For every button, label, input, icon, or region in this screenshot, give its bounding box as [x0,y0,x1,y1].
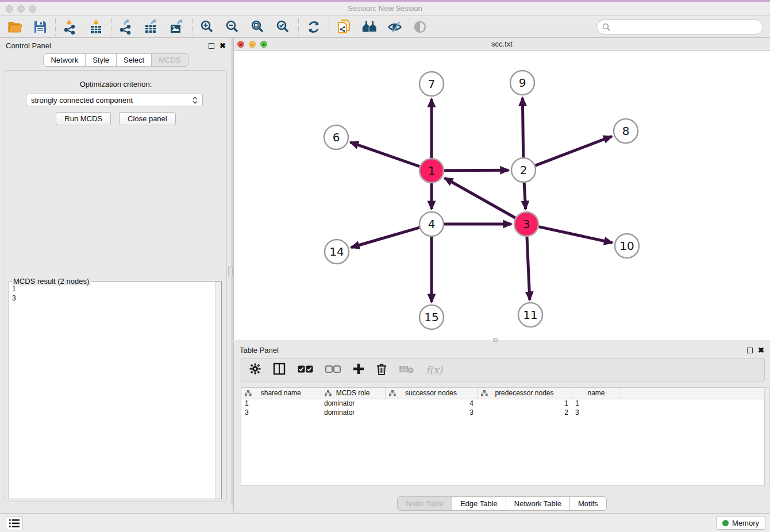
tab-select[interactable]: Select [117,53,152,67]
edge-2-8[interactable] [536,136,612,165]
network-view-window: ✕ − + scc.txt 1234678910111415 [233,38,770,340]
float-panel-icon[interactable] [209,43,214,49]
close-panel-button[interactable]: Close panel [119,112,176,125]
column-header-predecessor-nodes[interactable]: predecessor nodes [477,388,572,399]
zoom-fit-icon[interactable] [250,19,266,35]
minimize-window-light[interactable] [17,5,25,13]
select-all-checks-icon[interactable] [298,365,313,375]
import-network-icon[interactable] [63,19,79,35]
cell[interactable]: 2 [477,408,572,417]
close-window-light[interactable] [6,5,13,13]
tab-network[interactable]: Network [43,53,86,67]
mcds-result-list[interactable]: 13 [9,283,215,499]
clone-network-icon[interactable] [336,19,352,35]
control-panel-header: Control Panel ✖ [0,38,232,53]
edge-3-10[interactable] [538,227,612,243]
zoom-in-icon[interactable] [199,19,215,35]
session-title: Session: New Session [0,2,770,16]
cell[interactable]: 1 [241,399,321,408]
memory-label: Memory [732,519,759,527]
cell[interactable]: 3 [572,408,621,417]
cell[interactable]: 3 [241,408,321,417]
column-header-MCDS-role[interactable]: MCDS role [321,388,385,399]
close-view-icon[interactable]: ✕ [237,41,244,48]
edge-2-9[interactable] [522,98,523,157]
close-table-panel-icon[interactable]: ✖ [758,348,764,353]
node-label-3: 3 [523,217,530,231]
tab-style[interactable]: Style [86,53,117,67]
edge-3-1[interactable] [445,178,515,218]
result-item[interactable]: 3 [12,294,212,303]
float-table-panel-icon[interactable] [747,348,753,353]
export-network-icon[interactable] [118,19,134,35]
zoom-out-icon[interactable] [225,19,241,35]
column-browser-icon[interactable] [273,363,286,377]
node-label-8: 8 [622,124,630,138]
edge-3-11[interactable] [527,237,530,300]
window-titlebar: Session: New Session [0,0,770,16]
search-field[interactable] [596,20,763,34]
tab-edge-table[interactable]: Edge Table [452,496,506,511]
first-neighbors-icon[interactable] [361,19,378,35]
cell[interactable]: dominator [321,408,385,417]
optimization-criterion-label: Optimization criterion: [5,80,226,88]
hide-selected-icon[interactable] [387,19,403,35]
settings-gear-icon[interactable] [249,363,261,377]
unselect-all-checks-icon[interactable] [325,365,341,375]
optimization-criterion-select[interactable]: strongly connected component [26,94,203,106]
zoom-window-light[interactable] [29,5,36,13]
show-all-icon[interactable] [412,19,428,35]
add-column-icon[interactable] [353,363,364,377]
result-scrollbar[interactable] [215,282,221,499]
run-mcds-button[interactable]: Run MCDS [56,112,111,125]
network-graph[interactable]: 1234678910111415 [234,51,770,340]
delete-column-icon[interactable] [376,363,387,377]
result-item[interactable]: 1 [12,284,212,294]
edge-2-3[interactable] [524,183,525,209]
cell[interactable]: 1 [572,399,621,408]
maximize-view-icon[interactable]: + [260,41,267,48]
control-panel-title: Control Panel [6,41,51,50]
import-table-icon[interactable] [88,19,104,35]
horizontal-splitter-handle[interactable] [493,338,498,342]
column-header-successor-nodes[interactable]: successor nodes [385,388,477,399]
open-file-icon[interactable] [7,19,23,35]
column-header-name[interactable]: name [572,388,621,399]
cell[interactable]: 4 [385,399,477,408]
function-builder-icon: f(x) [426,364,442,376]
vertical-splitter-handle[interactable] [228,266,233,276]
edge-4-14[interactable] [351,228,419,248]
table-row[interactable]: 1dominator411 [241,399,765,408]
table-body[interactable]: 1dominator4113dominator323 [241,399,765,417]
table-header-row[interactable]: shared nameMCDS rolesuccessor nodesprede… [241,388,765,399]
delete-table-icon [399,364,414,376]
tab-network-table[interactable]: Network Table [506,496,570,511]
edge-1-6[interactable] [351,142,420,167]
edge-1-2[interactable] [444,170,509,171]
toolbar-separator [55,18,56,36]
status-bar: Memory [0,513,770,532]
tab-node-table[interactable]: Node Table [397,496,452,511]
save-session-icon[interactable] [32,19,48,35]
network-window-titlebar: ✕ − + scc.txt [234,38,770,51]
close-panel-icon[interactable]: ✖ [220,43,226,49]
table-row[interactable]: 3dominator323 [241,408,765,417]
cell[interactable]: 3 [385,408,477,417]
tab-mcds[interactable]: MCDS [152,53,188,67]
export-table-icon[interactable] [144,19,160,35]
node-table[interactable]: shared nameMCDS rolesuccessor nodesprede… [241,387,765,485]
tab-motifs[interactable]: Motifs [570,496,607,511]
search-input[interactable] [614,22,757,31]
task-history-button[interactable] [6,516,23,530]
zoom-selected-icon[interactable] [275,19,291,35]
cell[interactable]: dominator [321,399,385,408]
toolbar-separator [329,18,329,36]
table-panel-header: Table Panel ✖ [234,342,770,358]
cell[interactable]: 1 [477,399,572,408]
apply-layout-icon[interactable] [306,19,322,35]
minimize-view-icon[interactable]: − [249,41,256,48]
table-scrollbar[interactable] [765,387,770,485]
column-header-shared-name[interactable]: shared name [241,388,321,399]
export-image-icon[interactable] [169,19,185,35]
memory-button[interactable]: Memory [716,516,765,530]
